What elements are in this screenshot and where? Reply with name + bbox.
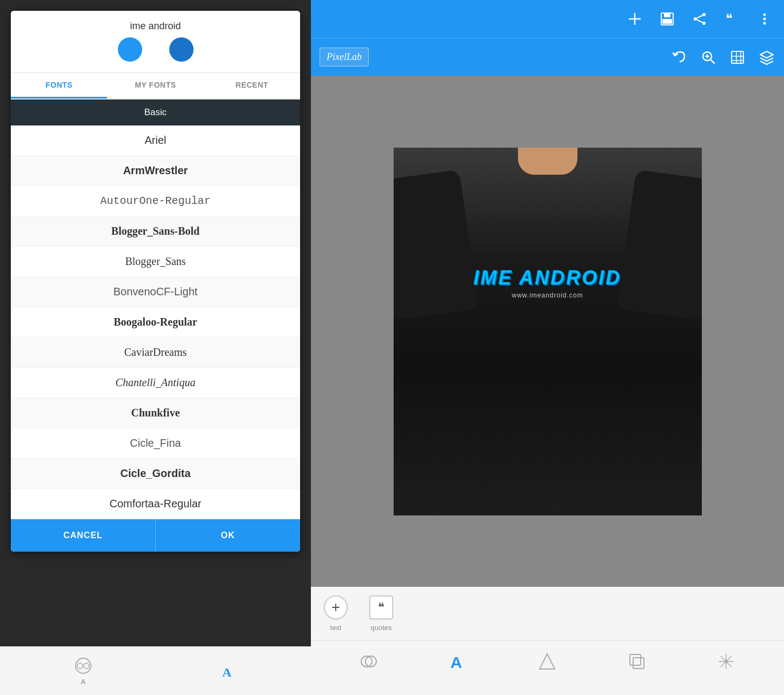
bottom-section: + text ❝ quotes A — [311, 587, 784, 695]
undo-button[interactable] — [670, 49, 688, 66]
dialog-controls — [22, 37, 289, 62]
tab-fonts[interactable]: FONTS — [11, 73, 107, 98]
add-quotes-button[interactable]: ❝ — [369, 595, 393, 619]
add-quotes-label: quotes — [370, 624, 391, 632]
zoom-button[interactable] — [700, 49, 717, 66]
add-text-button[interactable]: + — [324, 595, 348, 619]
svg-point-15 — [763, 14, 766, 16]
svg-marker-31 — [540, 654, 555, 669]
font-item-boogaloo[interactable]: Boogaloo-Regular — [11, 307, 300, 337]
dialog-footer: CANCEL OK — [11, 519, 300, 552]
svg-point-16 — [763, 18, 766, 21]
control-dot-right[interactable] — [169, 37, 194, 62]
add-text-label: text — [330, 624, 342, 632]
text-icon — [74, 656, 93, 676]
svg-line-12 — [697, 16, 702, 18]
font-item-caviar[interactable]: CaviarDreams — [11, 337, 300, 368]
more-button[interactable] — [756, 10, 773, 28]
font-item-cicle-gordita[interactable]: Cicle_Gordita — [11, 459, 300, 489]
svg-point-2 — [84, 663, 89, 668]
svg-rect-22 — [732, 51, 743, 63]
second-toolbar-icons — [670, 49, 775, 66]
share-button[interactable] — [691, 10, 708, 28]
svg-point-9 — [702, 13, 706, 16]
canvas-area[interactable]: ime android www.imeandroid.com — [311, 76, 784, 587]
effects-icon-button[interactable] — [714, 650, 738, 673]
svg-rect-33 — [633, 658, 644, 668]
pixellab-logo[interactable]: PixelLab — [320, 48, 369, 67]
ok-button[interactable]: OK — [156, 519, 300, 552]
second-toolbar: PixelLab — [311, 38, 784, 76]
shape-icon-button[interactable] — [535, 650, 559, 673]
left-bottom-toolbar: A A — [0, 646, 311, 695]
svg-rect-7 — [664, 13, 670, 17]
svg-text:A: A — [450, 653, 462, 671]
font-item-chunkfive[interactable]: Chunkfive — [11, 398, 300, 428]
font-icon-button[interactable]: A — [446, 650, 470, 673]
add-button[interactable] — [626, 10, 643, 28]
shirt-text-container: ime android www.imeandroid.com — [474, 267, 622, 299]
tab-recent[interactable]: RECENT — [204, 73, 300, 98]
font-item-bonveno[interactable]: BonvenoCF-Light — [11, 277, 300, 307]
blend-icon-button[interactable] — [357, 650, 381, 673]
control-dot-left[interactable] — [118, 37, 142, 62]
svg-point-0 — [76, 658, 91, 673]
svg-point-38 — [725, 660, 728, 663]
font-item-cicle-fina[interactable]: Cicle_Fina — [11, 428, 300, 459]
font-item-autour[interactable]: AutourOne-Regular — [11, 186, 300, 216]
svg-point-17 — [763, 22, 766, 25]
add-text-item[interactable]: + text — [324, 595, 348, 632]
font-icon: A — [218, 661, 237, 681]
quote-button[interactable]: ❝ — [723, 10, 741, 28]
text-tool-label: A — [81, 678, 85, 686]
font-item-armwrestler[interactable]: ArmWrestler — [11, 156, 300, 186]
tshirt-image: ime android www.imeandroid.com — [394, 148, 702, 515]
category-header: Basic — [11, 100, 300, 125]
tab-my-fonts[interactable]: MY FONTS — [107, 73, 203, 98]
tshirt-container: ime android www.imeandroid.com — [394, 148, 702, 515]
svg-rect-8 — [662, 19, 672, 24]
bottom-tool-text[interactable]: A — [74, 656, 93, 686]
font-dialog: ime android FONTS MY FONTS RECENT Basic … — [11, 11, 300, 552]
svg-rect-32 — [630, 654, 641, 665]
shirt-main-text: ime android — [474, 267, 622, 289]
dialog-title: ime android — [22, 21, 289, 32]
font-item-blogger[interactable]: Blogger_Sans — [11, 247, 300, 277]
bottom-icon-row: A — [311, 641, 784, 682]
svg-line-19 — [710, 59, 714, 63]
font-item-chantelli[interactable]: Chantelli_Antiqua — [11, 368, 300, 398]
left-panel: ime android FONTS MY FONTS RECENT Basic … — [0, 0, 311, 695]
top-toolbar: ❝ — [311, 0, 784, 38]
save-button[interactable] — [659, 10, 676, 28]
add-quotes-item[interactable]: ❝ quotes — [369, 595, 393, 632]
dialog-header: ime android — [11, 11, 300, 73]
svg-point-1 — [77, 663, 83, 668]
svg-line-13 — [697, 20, 702, 23]
shirt-sub-text: www.imeandroid.com — [474, 292, 622, 299]
svg-text:❝: ❝ — [726, 12, 733, 26]
svg-marker-27 — [760, 51, 773, 58]
svg-text:A: A — [222, 665, 232, 679]
svg-point-10 — [694, 17, 697, 21]
bottom-add-row: + text ❝ quotes — [311, 587, 784, 641]
cancel-button[interactable]: CANCEL — [11, 519, 156, 552]
dialog-tabs: FONTS MY FONTS RECENT — [11, 73, 300, 100]
font-item-blogger-bold[interactable]: Blogger_Sans-Bold — [11, 216, 300, 247]
svg-point-11 — [702, 22, 706, 25]
font-item-ariel[interactable]: Ariel — [11, 125, 300, 156]
layer-icon-button[interactable] — [625, 650, 649, 673]
font-item-comfortaa[interactable]: Comfortaa-Regular — [11, 489, 300, 519]
layers-button[interactable] — [758, 49, 775, 66]
right-panel: ❝ PixelLab — [311, 0, 784, 695]
bottom-tool-font[interactable]: A — [218, 661, 237, 681]
font-list: Ariel ArmWrestler AutourOne-Regular Blog… — [11, 125, 300, 519]
grid-button[interactable] — [729, 49, 746, 66]
